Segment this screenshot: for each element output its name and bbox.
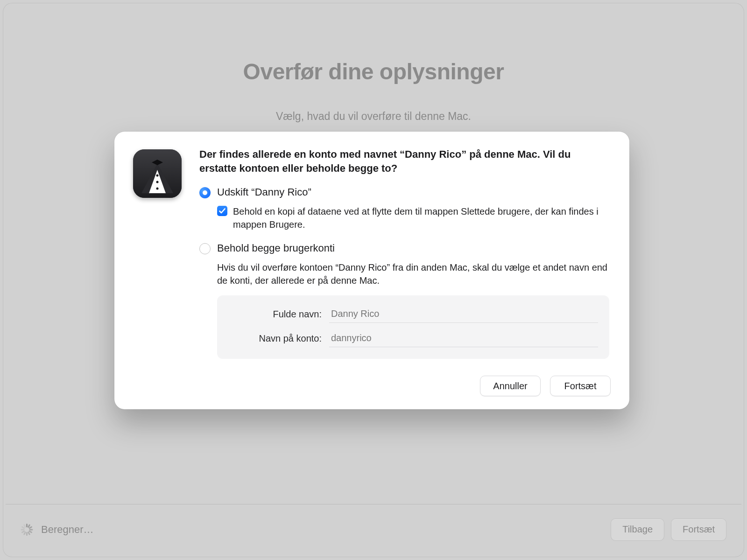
radio-replace-label: Udskift “Danny Rico”	[217, 186, 311, 198]
dialog-continue-button[interactable]: Fortsæt	[550, 376, 611, 396]
account-name-field[interactable]	[329, 329, 598, 347]
radio-replace[interactable]	[199, 187, 211, 198]
account-conflict-dialog: Der findes allerede en konto med navnet …	[114, 132, 629, 409]
dialog-title: Der findes allerede en konto med navnet …	[199, 147, 606, 175]
full-name-label: Fulde navn:	[228, 309, 322, 320]
setup-assistant-icon	[133, 149, 182, 198]
page-subtitle: Vælg, hvad du vil overføre til denne Mac…	[3, 110, 744, 123]
svg-point-2	[156, 175, 159, 177]
back-button[interactable]: Tilbage	[611, 518, 664, 541]
cancel-button[interactable]: Annuller	[480, 376, 541, 396]
radio-keep-both-label: Behold begge brugerkonti	[217, 242, 335, 254]
page-title: Overfør dine oplysninger	[3, 59, 744, 84]
checkbox-keep-copy-label: Behold en kopi af dataene ved at flytte …	[233, 205, 600, 231]
checkbox-keep-copy[interactable]	[217, 206, 227, 216]
svg-point-3	[156, 181, 159, 183]
full-name-field[interactable]	[329, 305, 598, 323]
account-name-label: Navn på konto:	[228, 333, 322, 344]
footer: Beregner… Tilbage Fortsæt	[6, 504, 741, 554]
svg-point-4	[156, 188, 159, 190]
keep-both-description: Hvis du vil overføre kontoen “Danny Rico…	[217, 261, 609, 287]
status-text: Beregner…	[41, 524, 94, 536]
continue-button[interactable]: Fortsæt	[671, 518, 726, 541]
spinner-icon	[21, 524, 33, 536]
account-name-panel: Fulde navn: Navn på konto:	[217, 295, 609, 359]
svg-point-1	[155, 161, 159, 164]
radio-keep-both[interactable]	[199, 243, 211, 254]
